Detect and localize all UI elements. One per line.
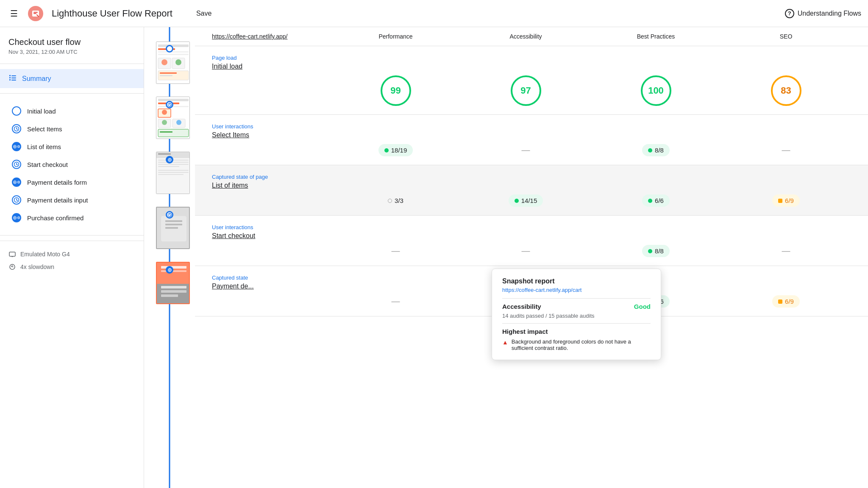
section-type-select: User interactions xyxy=(212,123,851,130)
svg-point-23 xyxy=(18,217,19,218)
tooltip-url[interactable]: https://coffee-cart.netlify.app/cart xyxy=(502,287,651,293)
dot-orange-2 xyxy=(778,299,782,304)
section-type-initial: Page load xyxy=(212,55,851,61)
hamburger-icon[interactable]: ☰ xyxy=(7,5,21,22)
score-perf-checkout: — xyxy=(331,246,461,256)
section-name-select[interactable]: Select Items xyxy=(212,131,851,139)
section-name-checkout[interactable]: Start checkout xyxy=(212,232,851,240)
svg-rect-58 xyxy=(158,153,171,155)
nav-label-select: Select Items xyxy=(27,125,62,133)
score-value-100: 100 xyxy=(648,85,664,96)
help-button[interactable]: ? Understanding Flows xyxy=(785,9,861,18)
badge-value-6-9-list: 6/9 xyxy=(785,197,794,204)
svg-rect-24 xyxy=(9,252,15,256)
nav-label-purchase: Purchase confirmed xyxy=(27,214,83,222)
badge-6-9-list: 6/9 xyxy=(772,194,800,207)
svg-rect-6 xyxy=(11,78,16,78)
badge-6-6-list: 6/6 xyxy=(642,194,670,207)
svg-rect-45 xyxy=(158,106,189,107)
tooltip-section-name: Accessibility xyxy=(502,303,541,310)
svg-line-21 xyxy=(17,200,18,201)
report-area: https://coffee-cart.netlify.app/ Perform… xyxy=(195,27,868,488)
svg-rect-4 xyxy=(11,75,16,76)
svg-rect-30 xyxy=(158,51,189,53)
score-bp-checkout: 8/8 xyxy=(591,245,721,257)
score-access-list: 14/15 xyxy=(461,194,591,207)
section-scores-initial: 99 97 100 xyxy=(212,75,851,106)
badge-value-18-19: 18/19 xyxy=(391,147,407,154)
badge-value-14-15: 14/15 xyxy=(521,197,537,204)
sidebar-header: Checkout user flow Nov 3, 2021, 12:00 AM… xyxy=(0,27,144,58)
url-col: https://coffee-cart.netlify.app/ xyxy=(212,33,331,40)
score-perf-initial: 99 xyxy=(331,75,461,106)
dash-2: — xyxy=(782,145,790,155)
svg-rect-43 xyxy=(158,99,189,101)
col-best-practices: Best Practices xyxy=(591,33,721,40)
svg-rect-61 xyxy=(158,164,189,165)
svg-line-41 xyxy=(170,105,170,105)
section-type-list: Captured state of page xyxy=(212,174,851,180)
svg-rect-63 xyxy=(158,170,189,171)
report-url[interactable]: https://coffee-cart.netlify.app/ xyxy=(212,33,287,40)
tooltip-impact-text: Background and foreground colors do not … xyxy=(512,338,651,351)
svg-rect-82 xyxy=(161,294,178,297)
svg-rect-64 xyxy=(158,172,189,173)
snapshot-tooltip: Snapshot report https://coffee-cart.netl… xyxy=(492,269,661,360)
sidebar-item-purchase[interactable]: Purchase confirmed xyxy=(0,209,144,227)
col-accessibility: Accessibility xyxy=(461,33,591,40)
circle-83: 83 xyxy=(771,75,801,106)
dash-3: — xyxy=(392,246,400,256)
sidebar-item-select-items[interactable]: Select Items xyxy=(0,120,144,138)
section-name-initial[interactable]: Initial load xyxy=(212,63,851,70)
dot-green-1 xyxy=(384,148,389,152)
svg-rect-3 xyxy=(9,75,11,76)
svg-rect-28 xyxy=(158,44,189,47)
save-button[interactable]: Save xyxy=(189,6,218,21)
svg-point-55 xyxy=(169,159,170,161)
svg-rect-52 xyxy=(158,129,189,137)
nav-label-initial: Initial load xyxy=(27,108,56,115)
tooltip-section-desc: 14 audits passed / 15 passable audits xyxy=(502,313,651,319)
sidebar-item-start-checkout[interactable]: Start checkout xyxy=(0,155,144,173)
badge-value-6-6-list: 6/6 xyxy=(655,197,664,204)
clock-icon-payment xyxy=(12,195,21,205)
clock-icon-select xyxy=(12,124,21,133)
nav-label-checkout: Start checkout xyxy=(27,161,68,168)
svg-rect-71 xyxy=(165,220,182,222)
svg-rect-62 xyxy=(158,166,179,167)
circle-97: 97 xyxy=(511,75,541,106)
dash-4: — xyxy=(522,246,530,256)
svg-rect-80 xyxy=(161,286,186,288)
sidebar-summary-item[interactable]: Summary xyxy=(0,69,144,88)
svg-rect-78 xyxy=(161,266,186,269)
sidebar-divider-3 xyxy=(0,235,144,236)
tooltip-divider-1 xyxy=(502,298,651,299)
sidebar-item-payment-input[interactable]: Payment details input xyxy=(0,191,144,209)
svg-rect-76 xyxy=(157,263,190,284)
sidebar-nav: Initial load Select Items xyxy=(0,99,144,230)
sidebar-item-initial-load[interactable]: Initial load xyxy=(0,102,144,120)
tooltip-section-status: Good xyxy=(634,303,651,310)
svg-rect-59 xyxy=(158,160,189,161)
device-item: Emulated Moto G4 xyxy=(8,248,135,261)
dash-6: — xyxy=(392,297,400,306)
sidebar-item-payment-form[interactable]: Payment details form xyxy=(0,173,144,191)
svg-rect-65 xyxy=(158,174,184,175)
score-bp-select: 8/8 xyxy=(591,144,721,156)
flow-title: Checkout user flow xyxy=(8,37,135,47)
timeline-items xyxy=(144,36,195,304)
svg-line-11 xyxy=(17,129,18,130)
svg-rect-73 xyxy=(165,227,178,229)
report-section-start-checkout: User interactions Start checkout — — 8/8 xyxy=(195,216,868,266)
score-seo-list: 6/9 xyxy=(721,194,851,207)
help-label: Understanding Flows xyxy=(798,10,861,17)
sidebar-item-list-of-items[interactable]: List of items xyxy=(0,138,144,155)
svg-rect-72 xyxy=(165,224,182,225)
svg-rect-60 xyxy=(158,162,189,163)
section-name-list[interactable]: List of items xyxy=(212,182,851,189)
score-bp-initial: 100 xyxy=(591,75,721,106)
report-section-initial-load: Page load Initial load 99 97 xyxy=(195,46,868,115)
tooltip-section-title: Accessibility Good xyxy=(502,303,651,310)
svg-point-33 xyxy=(161,59,167,65)
score-value-83: 83 xyxy=(781,85,791,96)
